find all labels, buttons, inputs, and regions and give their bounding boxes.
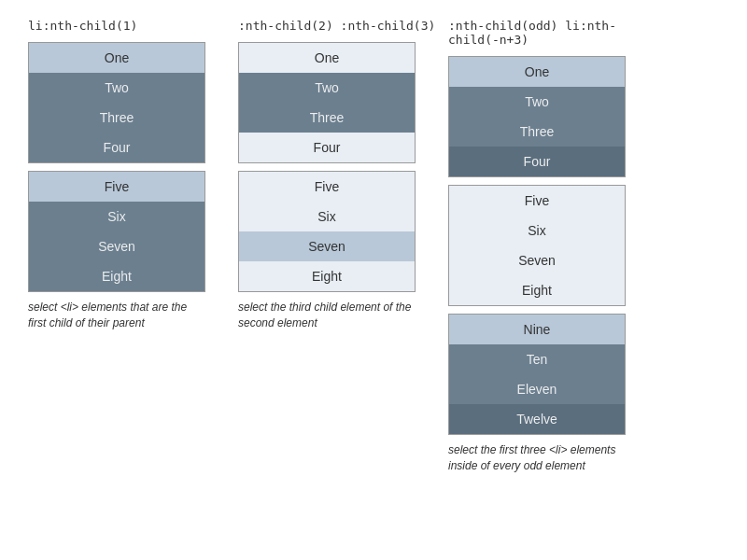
list-3c: NineTenElevenTwelve bbox=[448, 314, 626, 435]
list-item: Five bbox=[29, 172, 204, 202]
list-item: Four bbox=[29, 133, 204, 162]
col1-description: select <li> elements that are the first … bbox=[28, 300, 205, 331]
list-item: Three bbox=[449, 117, 625, 147]
list-item: Two bbox=[239, 73, 415, 103]
list-item: Six bbox=[29, 202, 204, 231]
list-item: Five bbox=[449, 186, 625, 216]
list-item: Four bbox=[449, 147, 625, 176]
column-3: :nth-child(odd) li:nth-child(-n+3) OneTw… bbox=[448, 19, 658, 474]
col2-description: select the third child element of the se… bbox=[238, 300, 416, 331]
list-item: One bbox=[29, 43, 204, 73]
list-item: Three bbox=[29, 103, 204, 133]
list-item: Eight bbox=[29, 261, 204, 291]
list-item: Seven bbox=[449, 245, 625, 275]
list-2b: FiveSixSevenEight bbox=[238, 171, 416, 292]
list-item: One bbox=[239, 43, 415, 73]
list-item: Three bbox=[239, 103, 415, 133]
list-item: Ten bbox=[449, 344, 625, 374]
list-3a: OneTwoThreeFour bbox=[448, 56, 626, 177]
list-item: Six bbox=[239, 202, 415, 231]
list-item: Eight bbox=[239, 261, 415, 291]
list-item: Seven bbox=[239, 231, 415, 261]
list-item: Eleven bbox=[449, 374, 625, 404]
list-item: Seven bbox=[29, 231, 204, 261]
list-item: Five bbox=[239, 172, 415, 202]
col3-description: select the first three <li> elements ins… bbox=[448, 442, 626, 474]
column-2: :nth-child(2) :nth-child(3) OneTwoThreeF… bbox=[238, 19, 448, 474]
column-1: li:nth-child(1) OneTwoThreeFour FiveSixS… bbox=[28, 19, 238, 474]
list-1a: OneTwoThreeFour bbox=[28, 42, 205, 163]
list-1b: FiveSixSevenEight bbox=[28, 171, 205, 292]
list-2a: OneTwoThreeFour bbox=[238, 42, 416, 163]
list-item: Twelve bbox=[449, 404, 625, 434]
list-item: One bbox=[449, 57, 625, 87]
list-3b: FiveSixSevenEight bbox=[448, 185, 626, 306]
list-item: Six bbox=[449, 216, 625, 245]
list-item: Nine bbox=[449, 315, 625, 344]
col2-header: :nth-child(2) :nth-child(3) bbox=[238, 19, 439, 33]
list-item: Eight bbox=[449, 275, 625, 305]
col3-header: :nth-child(odd) li:nth-child(-n+3) bbox=[448, 19, 649, 47]
list-item: Two bbox=[449, 87, 625, 117]
list-item: Four bbox=[239, 133, 415, 162]
page-container: li:nth-child(1) OneTwoThreeFour FiveSixS… bbox=[0, 0, 747, 493]
list-item: Two bbox=[29, 73, 204, 103]
col1-header: li:nth-child(1) bbox=[28, 19, 229, 33]
